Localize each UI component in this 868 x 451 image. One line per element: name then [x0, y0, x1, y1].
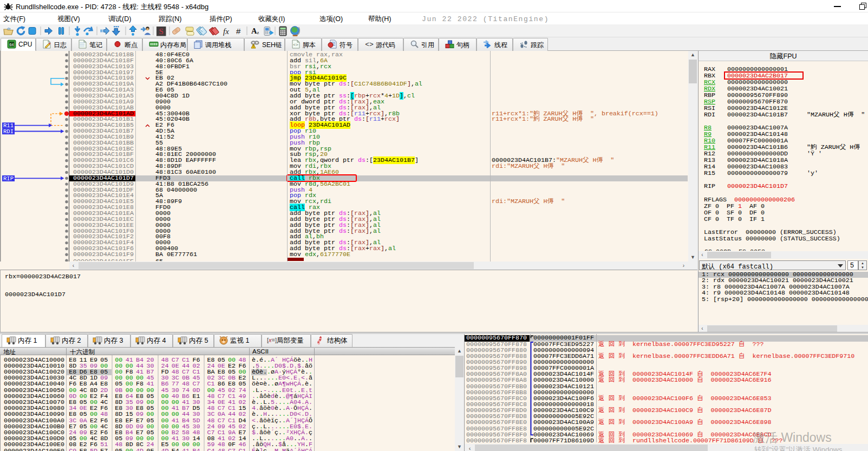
svg-text:64: 64 [10, 43, 14, 47]
svg-text:[x=]: [x=] [267, 337, 277, 343]
svg-text:z: z [257, 30, 259, 35]
svg-text:!: ! [253, 44, 254, 48]
svg-text:fx: fx [223, 27, 229, 36]
svg-text:RDI: RDI [3, 128, 14, 135]
svg-text:#: # [236, 27, 241, 36]
svg-text:S: S [159, 27, 164, 36]
svg-text:<>: <> [293, 42, 298, 47]
svg-text:<>: <> [365, 41, 374, 49]
svg-text:A: A [251, 27, 257, 35]
svg-text:RIP: RIP [3, 175, 14, 182]
